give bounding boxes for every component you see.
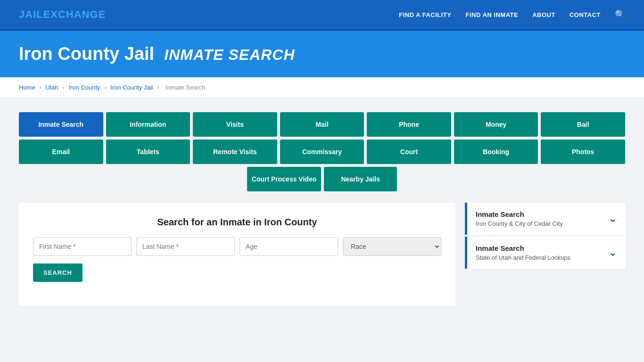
tab-row-1: Inmate SearchInformationVisitsMailPhoneM… [19, 112, 625, 137]
tab-information[interactable]: Information [106, 112, 190, 137]
nav-links: FIND A FACILITY FIND AN INMATE ABOUT CON… [399, 9, 625, 20]
race-select[interactable]: Race White Black Hispanic Asian Other [343, 237, 441, 256]
search-icon[interactable]: 🔍 [615, 9, 625, 20]
tab-inmate-search[interactable]: Inmate Search [19, 112, 103, 137]
first-name-input[interactable] [33, 237, 132, 256]
sidebar-card-content: Inmate Search Iron County & City of Ceda… [476, 210, 563, 227]
breadcrumb-sep-4: › [157, 84, 161, 91]
sidebar-card-content: Inmate Search State of Utah and Federal … [476, 244, 570, 261]
tab-photos[interactable]: Photos [541, 140, 625, 164]
page-title: Iron County Jail INMATE SEARCH [19, 44, 625, 64]
tab-row-2: EmailTabletsRemote VisitsCommissaryCourt… [19, 140, 625, 164]
hero-banner: Iron County Jail INMATE SEARCH [0, 31, 644, 77]
tab-nearby-jails[interactable]: Nearby Jails [324, 167, 397, 191]
logo[interactable]: JAILEXCHANGE [19, 8, 106, 21]
chevron-down-icon: ⌄ [609, 247, 617, 258]
tab-mail[interactable]: Mail [280, 112, 364, 137]
chevron-down-icon: ⌄ [609, 213, 617, 224]
breadcrumb: Home › Utah › Iron County › Iron County … [0, 77, 644, 98]
tab-commissary[interactable]: Commissary [280, 140, 364, 164]
age-input[interactable] [239, 237, 338, 256]
sidebar-card-title: Inmate Search [476, 210, 563, 218]
sidebar: Inmate Search Iron County & City of Ceda… [465, 203, 625, 305]
tab-email[interactable]: Email [19, 140, 103, 164]
search-button[interactable]: SEARCH [33, 263, 83, 282]
sidebar-inmate-search-utah[interactable]: Inmate Search State of Utah and Federal … [465, 237, 625, 269]
tab-bail[interactable]: Bail [541, 112, 625, 137]
breadcrumb-iron-county-jail[interactable]: Iron County Jail [110, 84, 153, 91]
tab-remote-visits[interactable]: Remote Visits [193, 140, 277, 164]
nav-find-a-facility[interactable]: FIND A FACILITY [399, 11, 451, 18]
hero-title-main: Iron County Jail [19, 44, 154, 64]
breadcrumb-home[interactable]: Home [19, 84, 35, 91]
tab-money[interactable]: Money [454, 112, 538, 137]
tab-visits[interactable]: Visits [193, 112, 277, 137]
breadcrumb-sep-1: › [39, 84, 43, 91]
breadcrumb-inmate-search: Inmate Search [165, 84, 206, 91]
nav-contact[interactable]: CONTACT [570, 11, 601, 18]
nav-about[interactable]: ABOUT [532, 11, 555, 18]
sidebar-inmate-search-iron[interactable]: Inmate Search Iron County & City of Ceda… [465, 203, 625, 235]
search-title: Search for an Inmate in Iron County [33, 217, 441, 228]
logo-jail: JAIL [19, 8, 43, 20]
breadcrumb-sep-3: › [104, 84, 108, 91]
tab-phone[interactable]: Phone [367, 112, 451, 137]
tab-booking[interactable]: Booking [454, 140, 538, 164]
last-name-input[interactable] [136, 237, 235, 256]
tab-court-process-video[interactable]: Court Process Video [247, 167, 321, 191]
sidebar-card-subtitle: State of Utah and Federal Lockups [476, 254, 570, 261]
logo-exchange: EXCHANGE [43, 8, 106, 20]
breadcrumb-sep-2: › [62, 84, 66, 91]
sidebar-card-subtitle: Iron County & City of Cedar City [476, 220, 563, 227]
breadcrumb-iron-county[interactable]: Iron County [68, 84, 100, 91]
tab-tablets[interactable]: Tablets [106, 140, 190, 164]
search-fields: Race White Black Hispanic Asian Other [33, 237, 441, 256]
sidebar-card-title: Inmate Search [476, 244, 570, 252]
breadcrumb-utah[interactable]: Utah [45, 84, 58, 91]
search-panel: Search for an Inmate in Iron County Race… [19, 203, 455, 305]
tab-row-3: Court Process VideoNearby Jails [19, 167, 625, 191]
nav-find-an-inmate[interactable]: FIND AN INMATE [465, 11, 518, 18]
tab-court[interactable]: Court [367, 140, 451, 164]
navbar: JAILEXCHANGE FIND A FACILITY FIND AN INM… [0, 0, 644, 31]
hero-title-sub: INMATE SEARCH [164, 46, 295, 63]
main-content: Inmate SearchInformationVisitsMailPhoneM… [0, 98, 644, 320]
content-area: Search for an Inmate in Iron County Race… [19, 203, 625, 305]
